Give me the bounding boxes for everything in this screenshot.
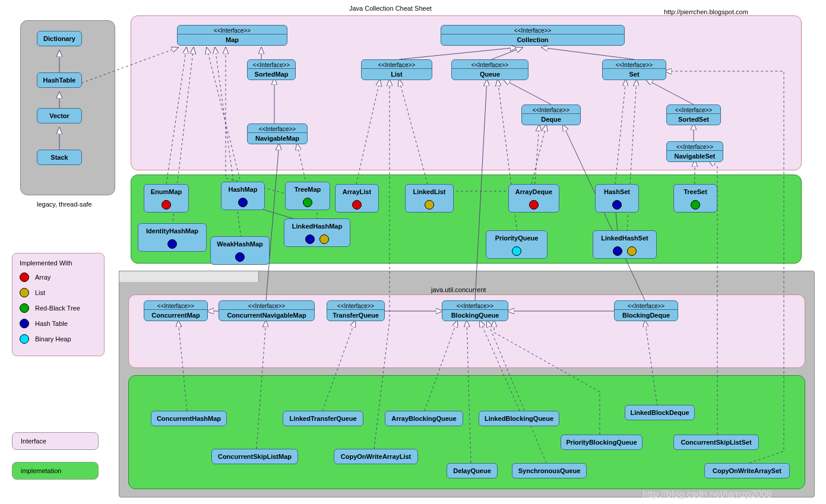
class-linkedhashmap: LinkedHashMap — [284, 218, 350, 247]
class-arraylist: ArrayList — [335, 184, 379, 213]
class-linkedblockingqueue: LinkedBlockingQueue — [479, 411, 559, 426]
dot-array — [162, 200, 171, 210]
legend-impl-with: Implemented With Array List Red-Black Tr… — [12, 253, 105, 356]
interface-blockingdeque: <<Interface>>BlockingDeque — [614, 300, 678, 321]
legacy-caption: legacy, thread-safe — [37, 201, 92, 208]
class-priorityblockingqueue: PriorityBlockingQueue — [561, 435, 643, 450]
dot-hash — [238, 198, 248, 207]
interface-navigablemap: <<Interface>>NavigableMap — [247, 123, 308, 144]
class-linkedlist: LinkedList — [405, 184, 454, 213]
dot-tree — [20, 303, 29, 313]
dot-heap — [20, 334, 29, 344]
interface-sortedmap: <<Interface>>SortedMap — [247, 59, 296, 80]
swatch-interface: Interface — [12, 432, 99, 450]
class-linkedhashset: LinkedHashSet — [593, 230, 657, 259]
interface-set: <<Interface>>Set — [602, 59, 666, 80]
interface-transferqueue: <<Interface>>TransferQueue — [327, 300, 385, 321]
class-copyonwritearrayset: CopyOnWriteArraySet — [704, 463, 790, 478]
class-synchronousqueue: SynchronousQueue — [512, 463, 587, 478]
dot-array — [352, 200, 362, 210]
dot-hash — [305, 234, 315, 244]
interface-deque: <<Interface>>Deque — [521, 104, 581, 125]
interface-collection: <<Interface>>Collection — [441, 25, 625, 46]
dot-list — [319, 234, 329, 244]
dot-hash — [612, 200, 622, 210]
legend-item: Hash Table — [20, 319, 97, 328]
legend-item: Array — [20, 272, 97, 282]
legend-title: Implemented With — [20, 259, 97, 267]
legend-item: Red-Black Tree — [20, 303, 97, 313]
interface-list: <<Interface>>List — [361, 59, 432, 80]
interface-queue: <<Interface>>Queue — [451, 59, 528, 80]
concurrent-pkg-label: java.util.concurrent — [431, 286, 486, 293]
dot-list — [425, 200, 434, 210]
dot-hash — [167, 239, 177, 249]
class-treeset: TreeSet — [673, 184, 717, 213]
dot-list — [20, 288, 29, 297]
class-enummap: EnumMap — [144, 184, 189, 213]
dot-tree — [691, 200, 700, 210]
class-treemap: TreeMap — [285, 182, 330, 210]
legend-item: Binary Heap — [20, 334, 97, 344]
class-hashmap: HashMap — [221, 182, 265, 210]
pkg-tab — [119, 271, 259, 282]
class-arraydeque: ArrayDeque — [508, 184, 559, 213]
class-linkedtransferqueue: LinkedTransferQueue — [283, 411, 363, 426]
class-vector: Vector — [37, 108, 82, 123]
dot-tree — [303, 198, 312, 207]
dot-list — [627, 246, 637, 256]
class-concurrentskiplistmap: ConcurrentSkipListMap — [211, 449, 298, 464]
interface-map: <<Interface>>Map — [177, 25, 287, 46]
interface-concurrentmap: <<Interface>>ConcurrentMap — [144, 300, 208, 321]
interface-sortedset: <<Interface>>SortedSet — [666, 104, 721, 125]
page-title: Java Collection Cheat Sheet — [349, 5, 432, 12]
interface-blockingqueue: <<Interface>>BlockingQueue — [442, 300, 508, 321]
class-priorityqueue: PriorityQueue — [486, 230, 547, 259]
dot-array — [529, 200, 539, 210]
class-stack: Stack — [37, 150, 82, 165]
interface-navigableset: <<Interface>>NavigableSet — [666, 141, 723, 162]
dot-hash — [613, 246, 622, 256]
watermark: http://blog.csdn.net/iamzp2008 — [643, 489, 772, 500]
dot-heap — [512, 246, 521, 256]
class-delayqueue: DelayQueue — [447, 463, 498, 478]
swatch-implementation: implemetation — [12, 462, 99, 480]
class-copyonwritearraylist: CopyOnWriteArrayList — [334, 449, 418, 464]
source-url: http://pierrchen.blogspot.com — [664, 8, 748, 15]
class-hashset: HashSet — [595, 184, 639, 213]
class-identityhashmap: IdentityHashMap — [138, 223, 207, 252]
class-dictionary: Dictionary — [37, 31, 82, 46]
legend-item: List — [20, 288, 97, 297]
class-concurrenthashmap: ConcurrentHashMap — [151, 411, 227, 426]
class-linkedblockdeque: LinkedBlockDeque — [625, 405, 695, 420]
interface-concurrentnavigablemap: <<Interface>>ConcurrentNavigableMap — [219, 300, 315, 321]
dot-array — [20, 272, 29, 282]
dot-hash — [20, 319, 29, 328]
class-weakhashmap: WeakHashMap — [210, 236, 270, 265]
class-hashtable: HashTable — [37, 72, 82, 88]
class-concurrentskiplistset: ConcurrentSkipListSet — [673, 435, 759, 450]
class-arrayblockingqueue: ArrayBlockingQueue — [385, 411, 463, 426]
dot-hash — [235, 252, 245, 262]
